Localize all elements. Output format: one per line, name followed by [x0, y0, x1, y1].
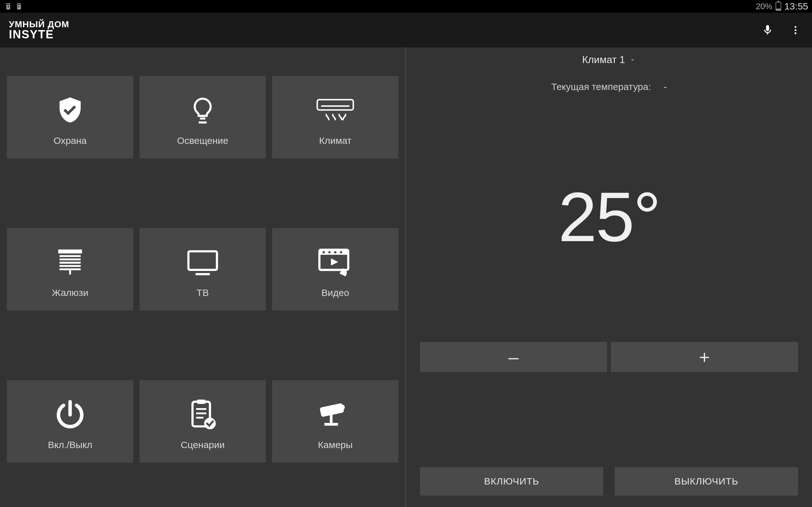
tile-power[interactable]: Вкл./Выкл [7, 380, 133, 463]
svg-point-0 [795, 26, 797, 28]
blinds-icon [54, 240, 86, 285]
tile-scenarios[interactable]: Сценарии [140, 380, 266, 463]
tile-label: Вкл./Выкл [48, 440, 92, 450]
temp-decrease-button[interactable]: – [420, 342, 607, 372]
svg-point-16 [322, 251, 325, 253]
cctv-icon [316, 393, 354, 437]
battery-percent: 20% [756, 2, 772, 11]
battery-icon [775, 2, 781, 11]
shield-check-icon [54, 89, 86, 133]
tile-label: Сценарии [181, 440, 225, 450]
svg-point-18 [334, 251, 336, 253]
logo: УМНЫЙ ДОМ INSYTE [9, 20, 69, 40]
temp-increase-button[interactable]: + [611, 342, 798, 372]
tile-label: Климат [319, 135, 351, 146]
ac-icon [315, 89, 356, 133]
tile-label: Камеры [318, 440, 353, 450]
svg-marker-20 [331, 258, 338, 266]
svg-point-28 [339, 405, 345, 410]
svg-point-2 [795, 32, 797, 34]
more-vert-icon [790, 25, 801, 36]
app-bar: УМНЫЙ ДОМ INSYTE [0, 13, 812, 48]
minus-icon: – [508, 346, 519, 368]
clock: 13:55 [784, 1, 808, 12]
logo-title: УМНЫЙ ДОМ [9, 20, 69, 29]
svg-rect-3 [317, 100, 353, 110]
tile-label: Видео [321, 287, 349, 298]
tile-label: Освещение [177, 135, 229, 146]
svg-point-19 [340, 251, 342, 253]
tile-label: Жалюзи [52, 287, 88, 298]
logo-subtitle: INSYTE [9, 29, 69, 40]
current-temp-row: Текущая температура: - [420, 81, 798, 92]
tile-lighting[interactable]: Освещение [140, 76, 266, 158]
tile-tv[interactable]: ТВ [140, 228, 266, 311]
climate-zone-selector[interactable]: Климат 1 [420, 54, 798, 66]
tile-security[interactable]: Охрана [7, 76, 133, 158]
svg-rect-30 [324, 423, 338, 426]
voice-button[interactable] [760, 22, 775, 38]
climate-zone-label: Климат 1 [582, 54, 625, 66]
download-icon [4, 3, 13, 10]
on-label: ВКЛЮЧИТЬ [484, 476, 539, 487]
off-label: ВЫКЛЮЧИТЬ [674, 476, 739, 487]
svg-rect-29 [330, 415, 333, 424]
lightbulb-icon [187, 89, 218, 133]
tile-label: Охрана [54, 135, 87, 146]
turn-on-button[interactable]: ВКЛЮЧИТЬ [420, 467, 603, 496]
plus-icon: + [699, 346, 710, 368]
svg-point-17 [328, 251, 331, 253]
microphone-icon [762, 24, 774, 36]
svg-point-1 [795, 29, 797, 31]
tile-cameras[interactable]: Камеры [272, 380, 398, 463]
overflow-menu-button[interactable] [788, 22, 803, 38]
status-bar: 20% 13:55 [0, 0, 812, 13]
set-temperature: 25° [558, 177, 660, 257]
clipboard-check-icon [185, 393, 220, 437]
video-touch-icon [316, 240, 354, 285]
download-icon-2 [14, 3, 23, 10]
tile-video[interactable]: Видео [272, 228, 398, 311]
svg-rect-5 [58, 249, 82, 253]
chevron-down-icon [629, 56, 636, 63]
tile-grid: Охрана Освещение Климат Жалюзи ТВ [0, 48, 405, 507]
tile-climate[interactable]: Климат [272, 76, 398, 158]
svg-rect-12 [189, 251, 217, 270]
tv-icon [185, 240, 220, 285]
turn-off-button[interactable]: ВЫКЛЮЧИТЬ [615, 467, 798, 496]
svg-rect-22 [197, 400, 206, 404]
climate-panel: Климат 1 Текущая температура: - 25° – + … [406, 48, 812, 507]
power-icon [53, 393, 88, 437]
tile-blinds[interactable]: Жалюзи [7, 228, 133, 311]
tile-label: ТВ [197, 287, 209, 298]
current-temp-label: Текущая температура: [551, 81, 651, 92]
current-temp-value: - [664, 81, 667, 92]
